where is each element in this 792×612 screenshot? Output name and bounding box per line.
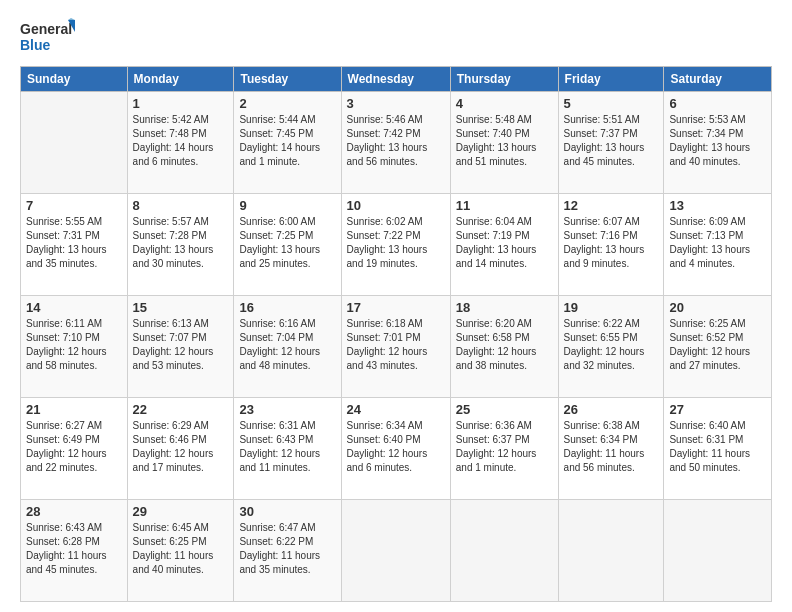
- col-header-friday: Friday: [558, 67, 664, 92]
- day-number: 22: [133, 402, 229, 417]
- day-info: Sunrise: 6:31 AM Sunset: 6:43 PM Dayligh…: [239, 419, 335, 475]
- day-info: Sunrise: 6:09 AM Sunset: 7:13 PM Dayligh…: [669, 215, 766, 271]
- calendar-cell: 27Sunrise: 6:40 AM Sunset: 6:31 PM Dayli…: [664, 398, 772, 500]
- week-row-0: 1Sunrise: 5:42 AM Sunset: 7:48 PM Daylig…: [21, 92, 772, 194]
- calendar-cell: 12Sunrise: 6:07 AM Sunset: 7:16 PM Dayli…: [558, 194, 664, 296]
- day-number: 27: [669, 402, 766, 417]
- day-number: 17: [347, 300, 445, 315]
- calendar-cell: 5Sunrise: 5:51 AM Sunset: 7:37 PM Daylig…: [558, 92, 664, 194]
- calendar-cell: 22Sunrise: 6:29 AM Sunset: 6:46 PM Dayli…: [127, 398, 234, 500]
- col-header-saturday: Saturday: [664, 67, 772, 92]
- day-info: Sunrise: 6:02 AM Sunset: 7:22 PM Dayligh…: [347, 215, 445, 271]
- day-info: Sunrise: 6:04 AM Sunset: 7:19 PM Dayligh…: [456, 215, 553, 271]
- col-header-sunday: Sunday: [21, 67, 128, 92]
- day-info: Sunrise: 6:34 AM Sunset: 6:40 PM Dayligh…: [347, 419, 445, 475]
- calendar-cell: 4Sunrise: 5:48 AM Sunset: 7:40 PM Daylig…: [450, 92, 558, 194]
- calendar: SundayMondayTuesdayWednesdayThursdayFrid…: [20, 66, 772, 602]
- calendar-cell: 2Sunrise: 5:44 AM Sunset: 7:45 PM Daylig…: [234, 92, 341, 194]
- day-number: 26: [564, 402, 659, 417]
- day-info: Sunrise: 6:00 AM Sunset: 7:25 PM Dayligh…: [239, 215, 335, 271]
- day-number: 29: [133, 504, 229, 519]
- week-row-2: 14Sunrise: 6:11 AM Sunset: 7:10 PM Dayli…: [21, 296, 772, 398]
- header: General Blue: [20, 18, 772, 56]
- calendar-cell: 16Sunrise: 6:16 AM Sunset: 7:04 PM Dayli…: [234, 296, 341, 398]
- day-number: 3: [347, 96, 445, 111]
- day-number: 18: [456, 300, 553, 315]
- day-number: 1: [133, 96, 229, 111]
- day-number: 2: [239, 96, 335, 111]
- day-info: Sunrise: 6:45 AM Sunset: 6:25 PM Dayligh…: [133, 521, 229, 577]
- svg-text:General: General: [20, 21, 72, 37]
- day-info: Sunrise: 6:43 AM Sunset: 6:28 PM Dayligh…: [26, 521, 122, 577]
- calendar-cell: [21, 92, 128, 194]
- day-info: Sunrise: 6:16 AM Sunset: 7:04 PM Dayligh…: [239, 317, 335, 373]
- day-info: Sunrise: 5:53 AM Sunset: 7:34 PM Dayligh…: [669, 113, 766, 169]
- day-number: 7: [26, 198, 122, 213]
- calendar-cell: 18Sunrise: 6:20 AM Sunset: 6:58 PM Dayli…: [450, 296, 558, 398]
- calendar-cell: 30Sunrise: 6:47 AM Sunset: 6:22 PM Dayli…: [234, 500, 341, 602]
- day-info: Sunrise: 6:20 AM Sunset: 6:58 PM Dayligh…: [456, 317, 553, 373]
- header-row: SundayMondayTuesdayWednesdayThursdayFrid…: [21, 67, 772, 92]
- day-number: 12: [564, 198, 659, 213]
- calendar-cell: 21Sunrise: 6:27 AM Sunset: 6:49 PM Dayli…: [21, 398, 128, 500]
- day-number: 30: [239, 504, 335, 519]
- day-info: Sunrise: 6:36 AM Sunset: 6:37 PM Dayligh…: [456, 419, 553, 475]
- day-info: Sunrise: 5:44 AM Sunset: 7:45 PM Dayligh…: [239, 113, 335, 169]
- calendar-cell: 20Sunrise: 6:25 AM Sunset: 6:52 PM Dayli…: [664, 296, 772, 398]
- day-number: 15: [133, 300, 229, 315]
- calendar-cell: 23Sunrise: 6:31 AM Sunset: 6:43 PM Dayli…: [234, 398, 341, 500]
- logo-svg: General Blue: [20, 18, 75, 56]
- day-info: Sunrise: 5:48 AM Sunset: 7:40 PM Dayligh…: [456, 113, 553, 169]
- day-number: 24: [347, 402, 445, 417]
- calendar-cell: 19Sunrise: 6:22 AM Sunset: 6:55 PM Dayli…: [558, 296, 664, 398]
- day-number: 25: [456, 402, 553, 417]
- logo: General Blue: [20, 18, 75, 56]
- calendar-cell: 17Sunrise: 6:18 AM Sunset: 7:01 PM Dayli…: [341, 296, 450, 398]
- day-number: 5: [564, 96, 659, 111]
- calendar-cell: 8Sunrise: 5:57 AM Sunset: 7:28 PM Daylig…: [127, 194, 234, 296]
- calendar-cell: 28Sunrise: 6:43 AM Sunset: 6:28 PM Dayli…: [21, 500, 128, 602]
- page: General Blue SundayMondayTuesdayWednesda…: [0, 0, 792, 612]
- calendar-cell: [341, 500, 450, 602]
- day-info: Sunrise: 6:18 AM Sunset: 7:01 PM Dayligh…: [347, 317, 445, 373]
- day-info: Sunrise: 6:07 AM Sunset: 7:16 PM Dayligh…: [564, 215, 659, 271]
- week-row-4: 28Sunrise: 6:43 AM Sunset: 6:28 PM Dayli…: [21, 500, 772, 602]
- day-info: Sunrise: 5:51 AM Sunset: 7:37 PM Dayligh…: [564, 113, 659, 169]
- calendar-cell: 11Sunrise: 6:04 AM Sunset: 7:19 PM Dayli…: [450, 194, 558, 296]
- calendar-cell: 26Sunrise: 6:38 AM Sunset: 6:34 PM Dayli…: [558, 398, 664, 500]
- day-info: Sunrise: 5:42 AM Sunset: 7:48 PM Dayligh…: [133, 113, 229, 169]
- day-info: Sunrise: 6:29 AM Sunset: 6:46 PM Dayligh…: [133, 419, 229, 475]
- day-number: 19: [564, 300, 659, 315]
- calendar-cell: 1Sunrise: 5:42 AM Sunset: 7:48 PM Daylig…: [127, 92, 234, 194]
- calendar-cell: 29Sunrise: 6:45 AM Sunset: 6:25 PM Dayli…: [127, 500, 234, 602]
- calendar-cell: 14Sunrise: 6:11 AM Sunset: 7:10 PM Dayli…: [21, 296, 128, 398]
- col-header-monday: Monday: [127, 67, 234, 92]
- day-info: Sunrise: 5:46 AM Sunset: 7:42 PM Dayligh…: [347, 113, 445, 169]
- calendar-cell: 10Sunrise: 6:02 AM Sunset: 7:22 PM Dayli…: [341, 194, 450, 296]
- day-number: 20: [669, 300, 766, 315]
- calendar-cell: 25Sunrise: 6:36 AM Sunset: 6:37 PM Dayli…: [450, 398, 558, 500]
- day-info: Sunrise: 6:13 AM Sunset: 7:07 PM Dayligh…: [133, 317, 229, 373]
- calendar-cell: 13Sunrise: 6:09 AM Sunset: 7:13 PM Dayli…: [664, 194, 772, 296]
- day-info: Sunrise: 6:40 AM Sunset: 6:31 PM Dayligh…: [669, 419, 766, 475]
- calendar-cell: 6Sunrise: 5:53 AM Sunset: 7:34 PM Daylig…: [664, 92, 772, 194]
- day-number: 6: [669, 96, 766, 111]
- svg-marker-3: [68, 18, 75, 20]
- col-header-tuesday: Tuesday: [234, 67, 341, 92]
- week-row-3: 21Sunrise: 6:27 AM Sunset: 6:49 PM Dayli…: [21, 398, 772, 500]
- calendar-cell: [450, 500, 558, 602]
- calendar-cell: 3Sunrise: 5:46 AM Sunset: 7:42 PM Daylig…: [341, 92, 450, 194]
- day-info: Sunrise: 6:38 AM Sunset: 6:34 PM Dayligh…: [564, 419, 659, 475]
- day-info: Sunrise: 6:47 AM Sunset: 6:22 PM Dayligh…: [239, 521, 335, 577]
- day-info: Sunrise: 5:55 AM Sunset: 7:31 PM Dayligh…: [26, 215, 122, 271]
- calendar-body: 1Sunrise: 5:42 AM Sunset: 7:48 PM Daylig…: [21, 92, 772, 602]
- day-number: 23: [239, 402, 335, 417]
- day-info: Sunrise: 5:57 AM Sunset: 7:28 PM Dayligh…: [133, 215, 229, 271]
- svg-text:Blue: Blue: [20, 37, 51, 53]
- col-header-thursday: Thursday: [450, 67, 558, 92]
- day-number: 4: [456, 96, 553, 111]
- day-number: 21: [26, 402, 122, 417]
- day-number: 11: [456, 198, 553, 213]
- col-header-wednesday: Wednesday: [341, 67, 450, 92]
- week-row-1: 7Sunrise: 5:55 AM Sunset: 7:31 PM Daylig…: [21, 194, 772, 296]
